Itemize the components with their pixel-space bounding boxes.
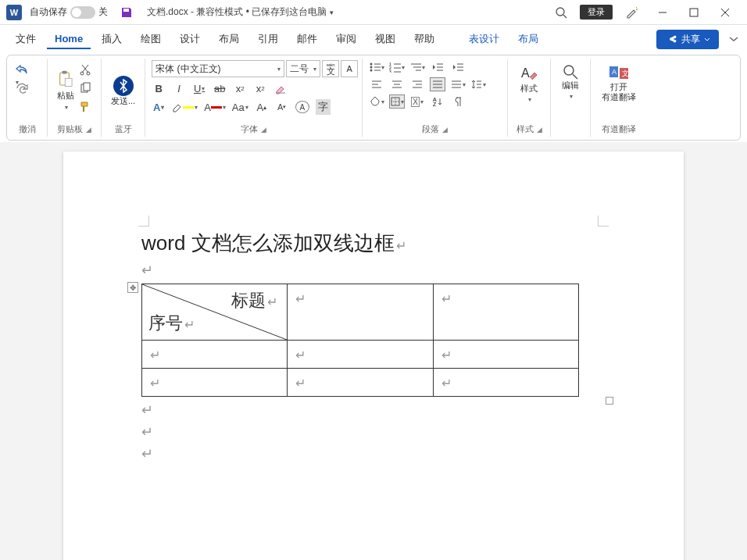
minimize-button[interactable] bbox=[647, 2, 678, 23]
char-shading-button[interactable]: 字 bbox=[316, 99, 331, 115]
paragraph-launcher-icon[interactable]: ◢ bbox=[442, 126, 448, 134]
font-size-combo[interactable]: 二号▾ bbox=[286, 60, 320, 77]
svg-line-60 bbox=[573, 74, 577, 79]
text-effects-button[interactable]: A▾ bbox=[152, 99, 166, 115]
underline-button[interactable]: U▾ bbox=[192, 80, 206, 96]
font-color-button[interactable]: A▾ bbox=[204, 99, 226, 115]
search-icon[interactable] bbox=[555, 6, 567, 19]
redo-icon[interactable] bbox=[15, 82, 29, 96]
align-justify-button[interactable] bbox=[430, 77, 445, 91]
highlight-button[interactable]: ▾ bbox=[172, 99, 198, 115]
editing-button[interactable]: 编辑▾ bbox=[557, 60, 584, 104]
subscript-button[interactable]: x2 bbox=[233, 80, 247, 96]
document-workspace[interactable]: word 文档怎么添加双线边框↵ ↵ ✥ 标题↵ 序号↵ ↵ ↵ ↵ ↵ bbox=[0, 142, 747, 560]
table-cell[interactable]: ↵ bbox=[433, 284, 579, 341]
undo-icon[interactable]: ▾ bbox=[15, 63, 29, 77]
table-cell[interactable]: ↵ bbox=[433, 341, 579, 369]
toggle-switch-icon[interactable] bbox=[70, 6, 95, 19]
decrease-indent-button[interactable] bbox=[430, 60, 445, 74]
bluetooth-send-button[interactable]: 发送... bbox=[108, 60, 138, 122]
enclose-char-button[interactable]: A bbox=[295, 101, 309, 113]
borders-button[interactable]: ▾ bbox=[389, 95, 405, 109]
increase-indent-button[interactable] bbox=[450, 60, 466, 74]
multilevel-list-button[interactable]: ▾ bbox=[409, 60, 425, 74]
format-painter-icon[interactable] bbox=[79, 101, 93, 115]
paragraph-mark[interactable]: ↵ bbox=[141, 262, 606, 279]
table-row[interactable]: ↵ ↵ ↵ bbox=[142, 369, 579, 397]
pen-sparkle-icon[interactable] bbox=[625, 5, 639, 20]
table-cell[interactable]: ↵ bbox=[433, 369, 579, 397]
paragraph-mark[interactable]: ↵ bbox=[141, 423, 606, 441]
document-table[interactable]: 标题↵ 序号↵ ↵ ↵ ↵ ↵ ↵ ↵ ↵ ↵ bbox=[141, 284, 579, 397]
copy-icon[interactable] bbox=[79, 82, 93, 96]
cell-title-text[interactable]: 标题↵ bbox=[231, 289, 277, 312]
clipboard-launcher-icon[interactable]: ◢ bbox=[86, 126, 91, 134]
tab-draw[interactable]: 绘图 bbox=[133, 29, 169, 49]
table-header-diagonal-cell[interactable]: 标题↵ 序号↵ bbox=[142, 284, 288, 341]
tab-insert[interactable]: 插入 bbox=[94, 29, 130, 49]
phonetic-guide-button[interactable]: wén文 bbox=[322, 60, 339, 77]
align-left-button[interactable] bbox=[369, 77, 384, 91]
distribute-button[interactable]: ▾ bbox=[450, 77, 466, 91]
strikethrough-button[interactable]: ab bbox=[213, 80, 227, 96]
paragraph-mark[interactable]: ↵ bbox=[141, 401, 606, 419]
table-cell[interactable]: ↵ bbox=[288, 341, 434, 369]
tab-design[interactable]: 设计 bbox=[172, 29, 208, 49]
table-cell[interactable]: ↵ bbox=[288, 284, 434, 341]
table-cell[interactable]: ↵ bbox=[142, 369, 288, 397]
character-border-button[interactable]: A bbox=[341, 60, 358, 77]
font-launcher-icon[interactable]: ◢ bbox=[261, 126, 266, 134]
table-cell[interactable]: ↵ bbox=[142, 341, 288, 369]
italic-button[interactable]: I bbox=[172, 80, 186, 96]
tab-references[interactable]: 引用 bbox=[250, 29, 286, 49]
maximize-button[interactable] bbox=[678, 2, 709, 23]
table-resize-handle-icon[interactable] bbox=[606, 397, 613, 405]
table-row[interactable]: 标题↵ 序号↵ ↵ ↵ bbox=[142, 284, 579, 341]
table-cell[interactable]: ↵ bbox=[288, 369, 434, 397]
shading-button[interactable]: ▾ bbox=[369, 95, 384, 109]
save-icon[interactable] bbox=[120, 6, 133, 19]
align-center-button[interactable] bbox=[389, 77, 405, 91]
tab-table-layout[interactable]: 布局 bbox=[510, 29, 546, 49]
autosave-toggle[interactable]: 自动保存 关 bbox=[30, 5, 108, 19]
grow-font-button[interactable]: A▴ bbox=[255, 99, 269, 115]
tab-home[interactable]: Home bbox=[47, 30, 91, 49]
clear-formatting-icon[interactable] bbox=[273, 80, 288, 96]
group-undo: ▾ 撤消 bbox=[7, 59, 48, 137]
table-row[interactable]: ↵ ↵ ↵ bbox=[142, 341, 579, 369]
shrink-font-button[interactable]: A▾ bbox=[275, 99, 289, 115]
tab-help[interactable]: 帮助 bbox=[406, 29, 442, 49]
tab-file[interactable]: 文件 bbox=[8, 29, 44, 49]
line-spacing-button[interactable]: ▾ bbox=[470, 77, 486, 91]
bold-button[interactable]: B bbox=[152, 80, 166, 96]
margin-corner-icon bbox=[598, 216, 609, 226]
login-button[interactable]: 登录 bbox=[580, 5, 613, 20]
share-button[interactable]: 共享 bbox=[656, 30, 719, 49]
asian-layout-button[interactable]: X▾ bbox=[409, 95, 425, 109]
table-move-handle-icon[interactable]: ✥ bbox=[127, 282, 138, 293]
close-button[interactable] bbox=[709, 2, 741, 23]
tab-view[interactable]: 视图 bbox=[367, 29, 403, 49]
document-page[interactable]: word 文档怎么添加双线边框↵ ↵ ✥ 标题↵ 序号↵ ↵ ↵ ↵ ↵ bbox=[63, 152, 684, 560]
tab-table-design[interactable]: 表设计 bbox=[461, 29, 507, 49]
paste-button[interactable]: 粘贴▾ bbox=[54, 60, 77, 122]
bullets-button[interactable]: ▾ bbox=[369, 60, 384, 74]
document-heading[interactable]: word 文档怎么添加双线边框↵ bbox=[141, 230, 606, 257]
tab-review[interactable]: 审阅 bbox=[328, 29, 364, 49]
styles-button[interactable]: A 样式▾ bbox=[514, 60, 544, 107]
cut-icon[interactable] bbox=[79, 63, 93, 77]
tab-layout[interactable]: 布局 bbox=[211, 29, 247, 49]
cell-serial-text[interactable]: 序号↵ bbox=[148, 312, 195, 335]
align-right-button[interactable] bbox=[409, 77, 425, 91]
change-case-button[interactable]: Aa▾ bbox=[232, 99, 248, 115]
styles-launcher-icon[interactable]: ◢ bbox=[537, 126, 542, 134]
youdao-open-button[interactable]: A文 打开有道翻译 bbox=[597, 60, 641, 105]
paragraph-mark[interactable]: ↵ bbox=[141, 445, 606, 462]
show-marks-button[interactable] bbox=[450, 95, 466, 109]
superscript-button[interactable]: x2 bbox=[253, 80, 267, 96]
tab-mailings[interactable]: 邮件 bbox=[289, 29, 325, 49]
ribbon-options-icon[interactable] bbox=[728, 34, 739, 45]
font-name-combo[interactable]: 宋体 (中文正文)▾ bbox=[152, 60, 284, 77]
sort-button[interactable]: AZ bbox=[430, 95, 445, 109]
numbering-button[interactable]: 123▾ bbox=[389, 60, 405, 74]
